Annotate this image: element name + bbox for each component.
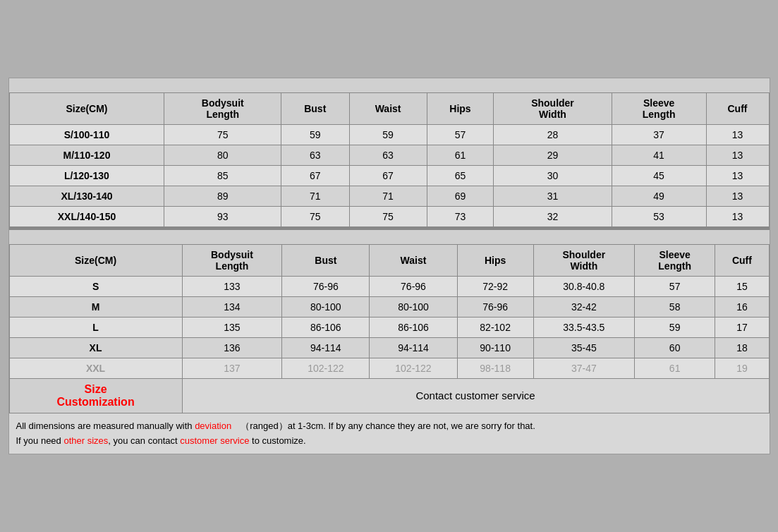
kid-waist: 63	[349, 145, 427, 165]
adult-table-row: XXL 137 102-122 102-122 98-118 37-47 61 …	[9, 358, 769, 378]
adult-table-row: M 134 80-100 80-100 76-96 32-42 58 16	[9, 296, 769, 317]
kid-table-row: XL/130-140 89 71 71 69 31 49 13	[9, 186, 769, 206]
adult-hips: 76-96	[457, 296, 533, 317]
kid-header-size: Size(CM)	[9, 92, 164, 124]
kid-size-label: S/100-110	[9, 124, 164, 145]
kid-cuff: 13	[706, 165, 769, 186]
adult-table: Size(CM) BodysuitLength Bust Waist Hips …	[9, 244, 770, 413]
footer-line1: All dimensions are measured manually wit…	[16, 419, 762, 434]
adult-size-label: L	[9, 317, 182, 337]
adult-hips: 90-110	[457, 337, 533, 358]
kid-waist: 75	[349, 206, 427, 226]
adult-cuff: 16	[715, 296, 769, 317]
adult-sleeve: 57	[634, 276, 715, 296]
customization-row: SizeCustomization Contact customer servi…	[9, 378, 769, 413]
adult-bodysuit: 135	[182, 317, 282, 337]
kid-hips: 61	[427, 145, 494, 165]
kid-hips: 65	[427, 165, 494, 186]
adult-header-size: Size(CM)	[9, 244, 182, 276]
chart-container: Size(CM) BodysuitLength Bust Waist Hips …	[8, 78, 770, 455]
footer-customer-service: customer service	[180, 435, 249, 446]
adult-bodysuit: 137	[182, 358, 282, 378]
adult-header-shoulder: ShoulderWidth	[533, 244, 634, 276]
adult-shoulder: 35-45	[533, 337, 634, 358]
adult-sleeve: 59	[634, 317, 715, 337]
adult-size-label: S	[9, 276, 182, 296]
kid-cuff: 13	[706, 124, 769, 145]
adult-bodysuit: 134	[182, 296, 282, 317]
kid-table-row: M/110-120 80 63 63 61 29 41 13	[9, 145, 769, 165]
adult-cuff: 17	[715, 317, 769, 337]
adult-table-row: S 133 76-96 76-96 72-92 30.8-40.8 57 15	[9, 276, 769, 296]
kid-sleeve: 37	[612, 124, 706, 145]
kid-header-sleeve: SleeveLength	[612, 92, 706, 124]
adult-waist: 76-96	[370, 276, 457, 296]
kid-hips: 57	[427, 124, 494, 145]
adult-sleeve: 60	[634, 337, 715, 358]
kid-section-title	[9, 78, 770, 92]
kid-shoulder: 31	[494, 186, 612, 206]
kid-header-waist: Waist	[349, 92, 427, 124]
adult-cuff: 18	[715, 337, 769, 358]
footer-line1-mid: （ranged）at 1-3cm. If by any chance they …	[231, 421, 535, 431]
adult-section-title	[9, 230, 770, 244]
kid-bodysuit: 93	[164, 206, 281, 226]
kid-bodysuit: 80	[164, 145, 281, 165]
adult-header-bodysuit: BodysuitLength	[182, 244, 282, 276]
footer-other-sizes: other sizes	[63, 435, 108, 446]
kid-table: Size(CM) BodysuitLength Bust Waist Hips …	[9, 92, 770, 227]
kid-hips: 73	[427, 206, 494, 226]
adult-cuff: 19	[715, 358, 769, 378]
footer-line2-prefix: If you need	[16, 435, 64, 446]
adult-shoulder: 37-47	[533, 358, 634, 378]
adult-hips: 72-92	[457, 276, 533, 296]
kid-cuff: 13	[706, 206, 769, 226]
adult-size-label: M	[9, 296, 182, 317]
adult-header-waist: Waist	[370, 244, 457, 276]
kid-size-label: L/120-130	[9, 165, 164, 186]
adult-header-sleeve: SleeveLength	[634, 244, 715, 276]
adult-sleeve: 58	[634, 296, 715, 317]
kid-waist: 59	[349, 124, 427, 145]
kid-waist: 71	[349, 186, 427, 206]
adult-waist: 102-122	[370, 358, 457, 378]
kid-header-shoulder: ShoulderWidth	[494, 92, 612, 124]
adult-bust: 80-100	[282, 296, 370, 317]
kid-bodysuit: 85	[164, 165, 281, 186]
customization-label: SizeCustomization	[9, 378, 182, 413]
adult-waist: 80-100	[370, 296, 457, 317]
kid-sleeve: 41	[612, 145, 706, 165]
adult-header-cuff: Cuff	[715, 244, 769, 276]
footer-line1-prefix: All dimensions are measured manually wit…	[16, 421, 195, 431]
kid-bodysuit: 89	[164, 186, 281, 206]
adult-sleeve: 61	[634, 358, 715, 378]
footer-note: All dimensions are measured manually wit…	[9, 413, 770, 454]
kid-size-label: XXL/140-150	[9, 206, 164, 226]
kid-shoulder: 29	[494, 145, 612, 165]
kid-header-bodysuit: BodysuitLength	[164, 92, 281, 124]
adult-header-bust: Bust	[282, 244, 370, 276]
adult-bust: 86-106	[282, 317, 370, 337]
kid-bust: 59	[281, 124, 349, 145]
footer-line2-suffix: to customize.	[249, 435, 305, 446]
adult-header-hips: Hips	[457, 244, 533, 276]
kid-bust: 67	[281, 165, 349, 186]
kid-cuff: 13	[706, 186, 769, 206]
kid-bodysuit: 75	[164, 124, 281, 145]
kid-cuff: 13	[706, 145, 769, 165]
adult-bodysuit: 136	[182, 337, 282, 358]
customization-contact: Contact customer service	[182, 378, 769, 413]
kid-header-hips: Hips	[427, 92, 494, 124]
adult-hips: 98-118	[457, 358, 533, 378]
kid-table-row: L/120-130 85 67 67 65 30 45 13	[9, 165, 769, 186]
kid-shoulder: 32	[494, 206, 612, 226]
kid-shoulder: 30	[494, 165, 612, 186]
kid-sleeve: 45	[612, 165, 706, 186]
adult-shoulder: 30.8-40.8	[533, 276, 634, 296]
kid-sleeve: 53	[612, 206, 706, 226]
kid-shoulder: 28	[494, 124, 612, 145]
adult-cuff: 15	[715, 276, 769, 296]
kid-size-label: M/110-120	[9, 145, 164, 165]
footer-line2-mid: , you can contact	[108, 435, 180, 446]
adult-shoulder: 32-42	[533, 296, 634, 317]
